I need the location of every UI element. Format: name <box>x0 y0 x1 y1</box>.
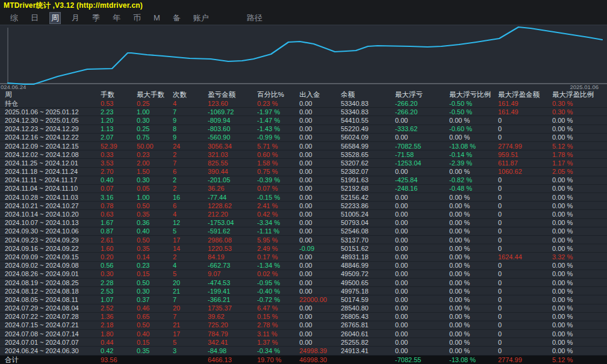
cell-pct: 2.41 % <box>257 202 299 210</box>
menu-item-2[interactable]: 周 <box>49 12 61 24</box>
table-row[interactable]: 2024.09.16 ~ 2024.09.221.600.35141220.53… <box>0 244 607 253</box>
cell-balance: 26805.43 <box>341 312 395 321</box>
cell-count: 24 <box>173 142 208 150</box>
cell-max-float-profit-pct: 0.00 % <box>552 321 607 329</box>
cell-max-float-loss-pct: 0.00 % <box>449 116 498 125</box>
menu-item-5[interactable]: 年 <box>111 12 122 24</box>
cell-balance: 50174.59 <box>341 295 395 304</box>
cell-max-float-profit-pct: 0.00 % <box>552 218 607 227</box>
cell-max-float-profit: 0 <box>498 210 552 218</box>
table-row[interactable]: 2024.10.21 ~ 2024.10.270.780.5061228.622… <box>0 202 607 210</box>
table-row[interactable]: 2024.09.09 ~ 2024.09.150.200.14284.190.1… <box>0 253 607 261</box>
cell-max-float-loss-pct: 0.00 % <box>449 244 498 253</box>
cell-lots: 1.80 <box>101 330 137 338</box>
cell-max-float-loss: 0.00 <box>395 338 449 347</box>
cell-balance: 48846.99 <box>341 261 395 270</box>
table-row[interactable]: 2024.11.25 ~ 2024.12.013.532.007825.551.… <box>0 159 607 167</box>
cell-deposit: 0.00 <box>299 142 341 150</box>
cell-pnl: -809.94 <box>208 116 257 125</box>
cell-max-float-profit: 1060.62 <box>498 167 552 176</box>
cell-pnl: 1735.37 <box>208 304 257 312</box>
table-row[interactable]: 2024.09.30 ~ 2024.10.060.870.405-591.62-… <box>0 227 607 236</box>
cell-pnl: 321.03 <box>208 150 257 159</box>
cell-max-float-profit: 0 <box>498 312 552 321</box>
cell-max-float-profit-pct: 0.30 % <box>552 99 607 108</box>
menu-item-3[interactable]: 月 <box>70 12 81 24</box>
table-row[interactable]: 2024.09.23 ~ 2024.09.292.610.50172986.08… <box>0 236 607 244</box>
cell-max-float-profit-pct: 5.12 % <box>552 142 607 150</box>
menu-item-7[interactable]: M <box>152 13 162 23</box>
table-row[interactable]: 2024.10.14 ~ 2024.10.200.630.354212.200.… <box>0 210 607 218</box>
table-row[interactable]: 2025.01.06 ~ 2025.01.122.231.007-1069.72… <box>0 108 607 116</box>
menu-item-0[interactable]: 综 <box>8 12 20 24</box>
cell-max-lots: 0.05 <box>137 184 173 193</box>
cell-pct: 0.02 % <box>257 270 299 278</box>
cell-max-float-loss: 0.00 <box>395 295 449 304</box>
cell-balance: 24913.41 <box>341 347 395 355</box>
table-row[interactable]: 2024.12.09 ~ 2024.12.1552.3950.00243056.… <box>0 142 607 150</box>
menu-item-9[interactable]: 账户 <box>191 12 211 24</box>
menu-item-1[interactable]: 日 <box>29 12 40 24</box>
cell-deposit: 0.00 <box>299 133 341 141</box>
table-row[interactable]: 2024.11.04 ~ 2024.11.100.070.05236.260.0… <box>0 185 607 193</box>
table-row[interactable]: 2024.06.24 ~ 2024.06.300.420.353-84.98-0… <box>0 347 607 355</box>
table-row[interactable]: 2024.07.22 ~ 2024.07.281.360.65739.620.1… <box>0 313 607 321</box>
cell-lots: 0.87 <box>101 227 137 235</box>
menu-item-8[interactable]: 备 <box>171 12 182 24</box>
table-row[interactable]: 2024.08.12 ~ 2024.08.182.530.3021-199.41… <box>0 287 607 295</box>
cell-balance: 52546.08 <box>341 227 395 235</box>
table-row[interactable]: 2024.08.05 ~ 2024.08.111.070.377-366.21-… <box>0 295 607 304</box>
cell-count: 2 <box>173 176 208 184</box>
table-row[interactable]: 2024.12.30 ~ 2025.01.051.200.309-809.94-… <box>0 116 607 125</box>
cell-deposit: 0.00 <box>299 270 341 278</box>
header-balance: 余额 <box>341 90 395 99</box>
cell-max-float-profit-pct: 0.00 % <box>552 202 607 210</box>
table-row-total[interactable]: 合计93.566466.1319.70 %46998.30-7082.55-13… <box>0 356 607 364</box>
table-row[interactable]: 2024.07.15 ~ 2024.07.212.180.5021725.202… <box>0 321 607 330</box>
cell-max-float-profit-pct: 0.00 % <box>552 133 607 141</box>
table-row[interactable]: 2024.07.29 ~ 2024.08.042.520.46201735.37… <box>0 304 607 313</box>
cell-deposit: 0.00 <box>299 150 341 159</box>
header-max-float-loss: 最大浮亏 <box>395 90 449 99</box>
equity-curve <box>8 27 602 84</box>
cell-period: 2024.10.21 ~ 2024.10.27 <box>0 202 101 210</box>
table-row[interactable]: 2024.07.08 ~ 2024.07.141.800.4017784.793… <box>0 330 607 338</box>
menu-item-path[interactable]: 路径 <box>245 12 264 24</box>
table-row[interactable]: 2024.12.02 ~ 2024.12.080.330.232321.030.… <box>0 150 607 159</box>
cell-pct: -1.11 % <box>257 227 299 235</box>
cell-max-float-loss: -248.16 <box>395 184 449 193</box>
cell-count: 17 <box>173 236 208 244</box>
cell-max-float-loss-pct: -0.50 % <box>449 108 498 116</box>
table-row[interactable]: 2024.11.11 ~ 2024.11.170.400.302-201.05-… <box>0 176 607 185</box>
table-row[interactable]: 2024.09.02 ~ 2024.09.080.560.234-662.73-… <box>0 262 607 270</box>
table-row[interactable]: 2024.08.26 ~ 2024.09.010.300.1559.070.02… <box>0 270 607 279</box>
table-row[interactable]: 2024.11.18 ~ 2024.11.242.701.506390.440.… <box>0 168 607 176</box>
cell-period: 2024.08.05 ~ 2024.08.11 <box>0 295 101 304</box>
table-row[interactable]: 2024.07.01 ~ 2024.07.070.440.155342.411.… <box>0 338 607 347</box>
table-row[interactable]: 2024.08.19 ~ 2024.08.252.280.5020-474.53… <box>0 279 607 287</box>
cell-max-float-profit: 0 <box>498 347 552 355</box>
cell-balance: 53528.65 <box>341 150 395 159</box>
cell-max-lots: 0.15 <box>137 270 173 278</box>
cell-period: 2024.12.16 ~ 2024.12.22 <box>0 133 101 141</box>
cell-max-lots: 0.50 <box>137 279 173 287</box>
cell-max-float-loss-pct: 0.00 % <box>449 193 498 202</box>
menu-item-4[interactable]: 季 <box>90 12 102 24</box>
cell-max-float-profit-pct: 0.00 % <box>552 287 607 295</box>
cell-pct: -0.99 % <box>257 133 299 141</box>
cell-deposit: 0.00 <box>299 125 341 133</box>
cell-max-lots: 0.23 <box>137 261 173 270</box>
cell-period: 2024.06.24 ~ 2024.06.30 <box>0 347 101 355</box>
table-row[interactable]: 2024.10.07 ~ 2024.10.131.670.3612-1753.0… <box>0 219 607 227</box>
cell-lots: 52.39 <box>101 142 137 150</box>
table-row[interactable]: 2024.12.16 ~ 2024.12.222.070.759-560.90-… <box>0 134 607 142</box>
cell-lots: 0.44 <box>101 338 137 347</box>
table-row[interactable]: 持仓0.530.254123.600.23 %0.0053340.83-266.… <box>0 99 607 108</box>
cell-period: 2024.11.11 ~ 2024.11.17 <box>0 176 101 184</box>
cell-max-lots: 1.50 <box>137 167 173 176</box>
cell-pct: 5.95 % <box>257 236 299 244</box>
cell-max-float-loss-pct: -0.82 % <box>449 176 498 184</box>
table-row[interactable]: 2024.10.28 ~ 2024.11.033.161.0016-77.44-… <box>0 193 607 202</box>
table-row[interactable]: 2024.12.23 ~ 2024.12.291.130.258-803.60-… <box>0 125 607 134</box>
menu-item-6[interactable]: 币 <box>131 12 143 24</box>
